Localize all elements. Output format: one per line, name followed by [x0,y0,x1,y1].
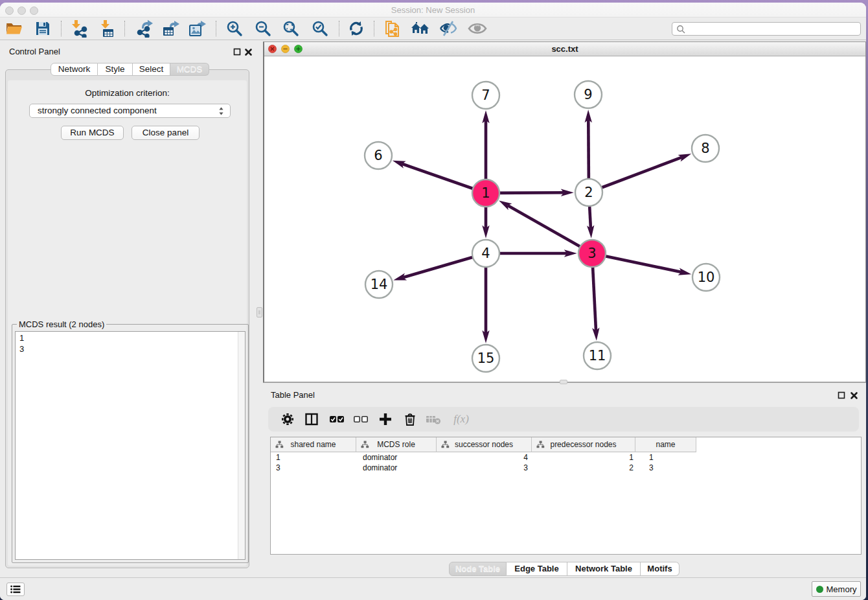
search-input[interactable] [672,22,861,36]
memory-status-icon [816,586,823,593]
graph-node-label: 7 [481,87,490,103]
main-area: Control Panel NetworkStyleSelectMCDS Opt… [0,40,866,600]
mcds-result-group: MCDS result (2 nodes) 13 [12,324,249,563]
run-mcds-button[interactable]: Run MCDS [61,126,124,140]
table-row[interactable]: 1dominator411 [271,452,696,463]
column-header-successor-nodes[interactable]: successor nodes [437,437,532,452]
graph-node-label: 10 [698,270,715,285]
table-cell: dominator [356,452,437,463]
control-panel-tab-mcds[interactable]: MCDS [170,63,209,76]
graph-node-label: 6 [374,148,382,163]
delete-table-icon[interactable] [425,411,442,427]
mcds-tab-content: Optimization criterion: strongly connect… [5,69,249,568]
column-header-shared-name[interactable]: shared name [271,437,356,452]
table-tab-network-table[interactable]: Network Table [567,562,641,576]
delete-column-icon[interactable] [402,411,418,427]
column-header-predecessor-nodes[interactable]: predecessor nodes [532,437,635,452]
mcds-result-item[interactable]: 3 [16,344,245,355]
table-tab-node-table[interactable]: Node Table [449,562,507,576]
table-tab-motifs[interactable]: Motifs [641,562,680,576]
table-panel-title: Table Panel [271,390,315,400]
table-cell: 3 [635,463,696,473]
zoom-out-icon[interactable] [253,19,273,38]
graph-node-label: 9 [584,87,592,102]
export-image-icon[interactable] [187,19,208,38]
table-cell: 1 [271,452,356,463]
column-header-name[interactable]: name [635,437,696,452]
graph-node-label: 2 [584,185,593,200]
close-panel-icon[interactable] [244,47,253,56]
hide-selected-icon[interactable] [438,19,459,38]
edge-2-8[interactable] [589,157,682,192]
graph-node-label: 3 [588,246,596,261]
save-session-icon[interactable] [32,19,53,38]
graph-node-label: 14 [371,277,388,292]
horizontal-split-grip[interactable] [560,380,567,384]
show-all-networks-icon[interactable] [410,19,431,38]
table-cell: dominator [356,463,437,473]
window-title: Session: New Session [0,3,866,17]
close-panel-button[interactable]: Close panel [131,126,200,140]
split-columns-icon[interactable] [303,411,320,427]
control-panel-tab-network[interactable]: Network [51,63,98,76]
import-network-icon[interactable] [69,19,89,38]
memory-button[interactable]: Memory [812,581,861,597]
table-tab-edge-table[interactable]: Edge Table [507,562,567,576]
import-table-icon[interactable] [97,19,118,38]
table-panel-tabs: Node TableEdge TableNetwork TableMotifs [449,562,680,576]
network-canvas[interactable]: 1234678910111415 [264,56,865,382]
column-header-label: MCDS role [377,440,415,449]
float-table-panel-icon[interactable] [838,391,846,399]
scrollbar-track[interactable] [238,332,245,559]
memory-label: Memory [827,584,857,594]
column-header-label: name [656,440,675,449]
column-header-MCDS-role[interactable]: MCDS role [356,437,437,452]
close-table-panel-icon[interactable] [850,391,858,399]
graph-node-label: 4 [481,246,490,261]
toolbar-separator [339,21,339,36]
search-icon [676,25,685,34]
toolbar-separator [216,21,216,36]
column-type-icon [536,441,545,450]
mcds-result-item[interactable]: 1 [16,333,245,344]
edge-3-1[interactable] [508,205,592,253]
main-toolbar [0,17,866,40]
criterion-select[interactable]: strongly connected component [29,104,231,118]
table-cell: 1 [532,452,635,463]
table-settings-icon[interactable] [279,411,296,427]
combo-arrows-icon [218,106,224,120]
table-header-row: shared nameMCDS rolesuccessor nodesprede… [271,437,696,452]
table-cell: 1 [635,452,696,463]
function-builder-icon[interactable]: f(x) [448,411,474,427]
copy-network-icon[interactable] [382,19,402,38]
column-type-icon [275,441,284,450]
column-header-label: predecessor nodes [550,440,616,449]
zoom-selected-icon[interactable] [310,19,330,38]
optimization-criterion-label: Optimization criterion: [6,88,249,98]
float-window-icon[interactable] [233,47,242,56]
zoom-in-icon[interactable] [224,19,245,38]
open-session-icon[interactable] [4,19,25,38]
select-all-icon[interactable] [328,411,345,427]
toolbar-separator [61,21,62,36]
apply-layout-icon[interactable] [346,19,367,38]
control-panel-tab-style[interactable]: Style [98,63,133,76]
column-header-label: successor nodes [455,440,513,449]
control-panel-tab-select[interactable]: Select [133,63,170,76]
column-type-icon [361,441,369,450]
graph-node-label: 8 [701,141,709,156]
control-panel: Control Panel NetworkStyleSelectMCDS Opt… [0,40,255,577]
show-panels-button[interactable] [6,583,25,596]
add-column-icon[interactable] [377,411,394,427]
export-network-icon[interactable] [134,19,155,38]
table-toolbar: f(x) [268,407,859,432]
deselect-all-icon[interactable] [352,411,369,427]
table-panel: Table Panel [263,387,866,577]
show-selected-icon[interactable] [467,19,488,38]
table-row[interactable]: 3dominator323 [271,463,696,473]
mcds-result-list[interactable]: 13 [15,331,246,560]
window-titlebar: Session: New Session [0,3,866,17]
zoom-fit-icon[interactable] [280,19,301,38]
vertical-split-grip[interactable] [257,307,262,317]
export-table-icon[interactable] [161,19,181,38]
